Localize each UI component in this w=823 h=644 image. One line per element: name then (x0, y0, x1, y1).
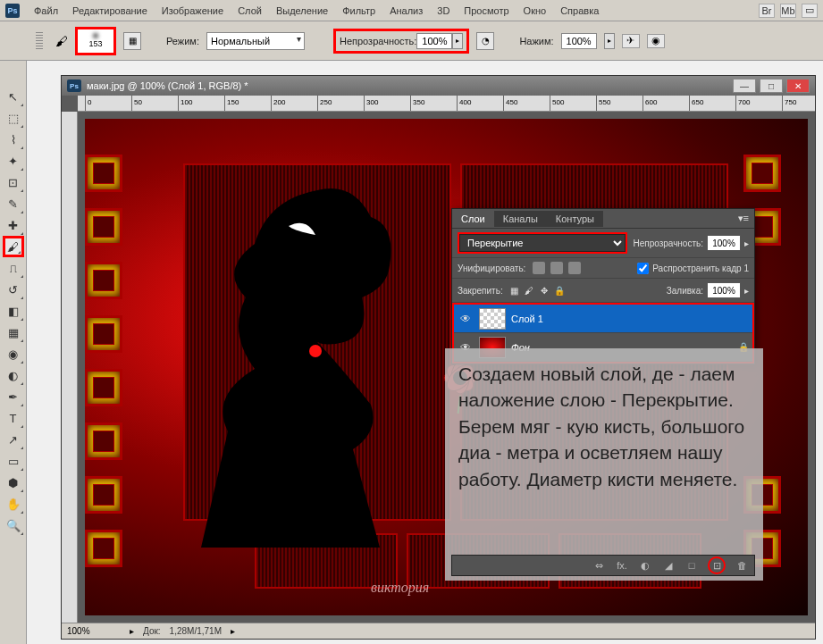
blend-mode-select[interactable]: Нормальный (206, 32, 305, 50)
opacity-flyout[interactable]: ▸ (452, 33, 463, 49)
menu-filter[interactable]: Фильтр (337, 4, 381, 18)
tool-lasso[interactable]: ⌇ (3, 129, 24, 150)
lock-transparency-icon[interactable]: ▦ (508, 284, 521, 297)
menu-window[interactable]: Окно (518, 4, 552, 18)
layer-blend-select[interactable]: Перекрытие (459, 234, 626, 252)
airbrush-icon[interactable]: ✈ (622, 34, 640, 48)
tool-preset-icon[interactable]: 🖌 (55, 34, 68, 48)
tab-layers[interactable]: Слои (452, 211, 494, 227)
zoom-flyout[interactable]: ▸ (130, 626, 134, 636)
layer-row[interactable]: 👁 Слой 1 (454, 305, 752, 333)
main-area: ↖⬚⌇✦⊡✎✚🖌⎍↺◧▦◉◐✒T↗▭⬢✋🔍 Ps маки.jpg @ 100%… (0, 61, 823, 644)
layer-opacity-input[interactable] (707, 235, 741, 251)
unify-icons (533, 262, 581, 274)
ruler-tick: 650 (689, 96, 690, 112)
tool-dodge[interactable]: ◐ (3, 364, 24, 386)
menu-help[interactable]: Справка (555, 4, 604, 18)
tablet-opacity-icon[interactable]: ◔ (476, 32, 494, 50)
screen-mode-icon[interactable]: ▭ (802, 4, 818, 18)
tool-marquee[interactable]: ⬚ (3, 107, 24, 129)
lock-all-icon[interactable]: 🔒 (553, 284, 566, 297)
tool-hand[interactable]: ✋ (3, 493, 24, 514)
tool-stamp[interactable]: ⎍ (3, 257, 24, 279)
tool-eyedropper[interactable]: ✎ (3, 193, 24, 214)
unify-position-icon[interactable] (533, 262, 545, 274)
layer-opacity-flyout[interactable]: ▸ (744, 238, 749, 248)
tablet-pressure-icon[interactable]: ◉ (647, 34, 665, 48)
docsize-flyout[interactable]: ▸ (231, 626, 235, 636)
tool-pen[interactable]: ✒ (3, 386, 24, 407)
propagate-checkbox[interactable] (637, 263, 649, 274)
tool-path[interactable]: ↗ (3, 429, 24, 450)
link-layers-icon[interactable]: ⇔ (592, 559, 606, 572)
tab-channels[interactable]: Каналы (494, 211, 547, 227)
ruler-horizontal[interactable]: 0501001502002503003504004505005506006507… (78, 96, 815, 112)
fill-input[interactable] (707, 282, 741, 298)
tool-history[interactable]: ↺ (3, 279, 24, 300)
tab-paths[interactable]: Контуры (547, 211, 603, 227)
ruler-tick: 500 (550, 96, 550, 112)
menu-select[interactable]: Выделение (271, 4, 333, 18)
tool-3d[interactable]: ⬢ (3, 472, 24, 493)
tool-healing[interactable]: ✚ (3, 214, 24, 236)
layer-thumbnail[interactable] (479, 308, 506, 330)
bridge-icon[interactable]: Br (759, 4, 775, 18)
layer-mask-icon[interactable]: ◐ (638, 559, 652, 572)
maximize-button[interactable]: □ (760, 79, 783, 93)
tool-brush[interactable]: 🖌 (3, 236, 24, 257)
opacity-label: Непрозрачность: (340, 36, 416, 46)
brush-preset-picker[interactable]: 153 (75, 27, 116, 55)
menu-3d[interactable]: 3D (432, 4, 455, 18)
menu-image[interactable]: Изображение (156, 4, 229, 18)
layer-group-icon[interactable]: □ (684, 559, 699, 572)
panel-menu-icon[interactable]: ▾≡ (733, 213, 754, 224)
tool-crop[interactable]: ⊡ (3, 171, 24, 193)
flow-label: Нажим: (519, 36, 553, 46)
visibility-icon[interactable]: 👁 (458, 311, 474, 327)
lock-image-icon[interactable]: 🖌 (523, 284, 535, 297)
adjustment-layer-icon[interactable]: ◢ (661, 559, 676, 572)
artwork-silhouette (183, 172, 460, 548)
flow-flyout[interactable]: ▸ (604, 33, 615, 49)
layer-name[interactable]: Слой 1 (511, 314, 543, 324)
tool-gradient[interactable]: ▦ (3, 322, 24, 343)
menu-file[interactable]: Файл (29, 4, 63, 18)
ruler-tick: 250 (317, 96, 318, 112)
tool-eraser[interactable]: ◧ (3, 300, 24, 322)
docsize-label: Док: (143, 626, 161, 636)
tool-blur[interactable]: ◉ (3, 343, 24, 364)
menu-edit[interactable]: Редактирование (67, 4, 153, 18)
close-button[interactable]: ✕ (786, 79, 810, 93)
fill-flyout[interactable]: ▸ (744, 286, 749, 296)
unify-visibility-icon[interactable] (550, 262, 563, 274)
tool-type[interactable]: T (3, 407, 24, 429)
layer-blend-mode[interactable]: Перекрытие (458, 232, 627, 254)
layers-panel-tabs: Слои Каналы Контуры ▾≡ (452, 209, 754, 229)
tool-wand[interactable]: ✦ (3, 150, 24, 171)
lock-position-icon[interactable]: ✥ (538, 284, 550, 297)
tool-shape[interactable]: ▭ (3, 450, 24, 472)
drag-handle[interactable] (36, 32, 43, 50)
ruler-tick: 600 (642, 96, 643, 112)
minimize-button[interactable]: — (733, 79, 756, 93)
tool-zoom[interactable]: 🔍 (3, 514, 24, 536)
delete-layer-icon[interactable]: 🗑 (735, 559, 749, 572)
signature: виктория (371, 580, 429, 596)
options-bar: 🖌 153 ▦ Режим: Нормальный Непрозрачность… (0, 21, 823, 61)
document-titlebar[interactable]: Ps маки.jpg @ 100% (Слой 1, RGB/8) * — □… (62, 76, 815, 96)
fill-label: Заливка: (667, 286, 703, 296)
zoom-value[interactable]: 100% (67, 626, 121, 636)
opacity-input[interactable] (416, 33, 452, 49)
menu-view[interactable]: Просмотр (458, 4, 514, 18)
ruler-vertical[interactable] (62, 112, 78, 623)
menu-layer[interactable]: Слой (232, 4, 267, 18)
layers-panel[interactable]: Слои Каналы Контуры ▾≡ Перекрытие Непроз… (451, 208, 755, 364)
menu-analysis[interactable]: Анализ (384, 4, 428, 18)
minibridge-icon[interactable]: Mb (780, 4, 796, 18)
unify-style-icon[interactable] (568, 262, 581, 274)
flow-input[interactable] (561, 33, 597, 49)
new-layer-icon[interactable]: ⊡ (708, 556, 726, 574)
brush-panel-toggle[interactable]: ▦ (123, 32, 141, 50)
tool-move[interactable]: ↖ (3, 86, 24, 107)
layer-fx-icon[interactable]: fx. (615, 559, 629, 572)
